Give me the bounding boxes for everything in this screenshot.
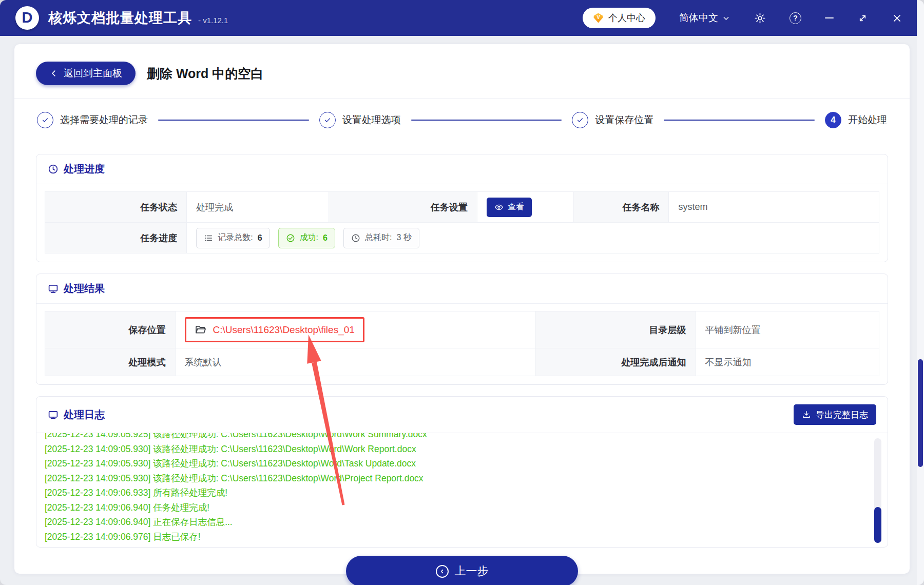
window-scrollbar[interactable] xyxy=(917,0,924,585)
task-name-label: 任务名称 xyxy=(574,192,669,223)
log-line: [2025-12-23 14:09:06.940] 任务处理完成! xyxy=(45,500,870,515)
elapsed-time-label: 总耗时: xyxy=(365,232,392,243)
page-header: 返回到主面板 删除 Word 中的空白 xyxy=(36,62,888,85)
back-button[interactable]: 返回到主面板 xyxy=(36,62,136,85)
log-scrollbar-track[interactable] xyxy=(874,438,881,543)
monitor-icon xyxy=(48,283,59,294)
dir-level-value: 平铺到新位置 xyxy=(696,311,879,348)
notify-value: 不显示通知 xyxy=(696,348,879,376)
progress-badges: 记录总数: 6 成功: 6 总耗时: xyxy=(196,228,870,248)
step-indicator: 选择需要处理的记录 设置处理选项 设置保存位置 4 开始处理 xyxy=(36,99,888,143)
step-check-icon xyxy=(319,112,336,128)
process-mode-value: 系统默认 xyxy=(175,348,535,376)
task-progress-cell: 记录总数: 6 成功: 6 总耗时: xyxy=(187,223,879,254)
notify-label: 处理完成后通知 xyxy=(535,348,696,376)
step-1-label: 选择需要处理的记录 xyxy=(60,113,148,127)
export-log-label: 导出完整日志 xyxy=(816,409,868,421)
language-label: 简体中文 xyxy=(679,11,718,25)
minimize-button[interactable] xyxy=(825,17,834,18)
app-version: - v1.12.1 xyxy=(198,12,228,25)
log-scrollbar-thumb[interactable] xyxy=(874,507,881,543)
result-panel-body: 保存位置 C:\Users\11623\Desktop\files_01 目录层… xyxy=(36,304,888,384)
monitor-icon xyxy=(48,410,59,420)
step-check-icon xyxy=(572,112,588,128)
prev-step-button[interactable]: 上一步 xyxy=(346,556,578,585)
record-count-value: 6 xyxy=(258,233,262,243)
gear-icon xyxy=(754,12,766,24)
help-button[interactable]: ? xyxy=(790,12,801,24)
log-panel-title: 处理日志 xyxy=(64,408,105,422)
progress-table: 任务状态 处理完成 任务设置 查看 任务名称 system xyxy=(45,191,879,254)
footer: 上一步 xyxy=(36,548,888,585)
log-line: [2025-12-23 14:09:05.930] 该路径处理成功: C:\Us… xyxy=(45,456,870,471)
language-selector[interactable]: 简体中文 xyxy=(679,11,730,25)
result-table: 保存位置 C:\Users\11623\Desktop\files_01 目录层… xyxy=(45,311,879,376)
view-icon xyxy=(494,203,504,212)
export-log-button[interactable]: 导出完整日志 xyxy=(794,404,876,425)
page-title: 删除 Word 中的空白 xyxy=(147,65,263,82)
maximize-button[interactable] xyxy=(857,13,868,24)
log-panel: 处理日志 导出完整日志 [2025-12-23 14:09:05.925] 该路… xyxy=(36,396,888,548)
user-center-button[interactable]: V 个人中心 xyxy=(583,8,656,28)
log-line: [2025-12-23 14:09:05.925] 该路径处理成功: C:\Us… xyxy=(45,433,870,442)
dir-level-label: 目录层级 xyxy=(535,311,696,348)
step-2: 设置处理选项 xyxy=(319,112,401,128)
save-location-cell: C:\Users\11623\Desktop\files_01 xyxy=(175,311,535,348)
view-settings-button[interactable]: 查看 xyxy=(487,198,532,217)
window-scrollbar-thumb[interactable] xyxy=(918,359,923,467)
task-progress-label: 任务进度 xyxy=(45,223,187,254)
log-line: [2025-12-23 14:09:05.930] 该路径处理成功: C:\Us… xyxy=(45,471,870,486)
task-settings-label: 任务设置 xyxy=(329,192,477,223)
step-connector xyxy=(158,120,309,121)
result-panel: 处理结果 保存位置 C:\Users\116 xyxy=(36,274,888,385)
clock-icon xyxy=(351,233,360,243)
progress-panel-title: 处理进度 xyxy=(64,162,105,176)
expand-icon xyxy=(857,13,868,24)
result-panel-title: 处理结果 xyxy=(64,282,105,296)
chevron-down-icon xyxy=(722,14,730,23)
log-line: [2025-12-23 14:09:06.940] 正在保存日志信息... xyxy=(45,515,870,530)
elapsed-time-badge: 总耗时: 3 秒 xyxy=(343,228,419,248)
circle-left-icon xyxy=(436,565,449,578)
step-number-badge: 4 xyxy=(825,112,841,128)
step-1: 选择需要处理的记录 xyxy=(37,112,148,128)
folder-icon xyxy=(195,324,206,336)
main-card: 返回到主面板 删除 Word 中的空白 选择需要处理的记录 设置处理选项 xyxy=(14,44,910,574)
log-panel-header: 处理日志 导出完整日志 xyxy=(36,397,888,433)
task-name-value: system xyxy=(669,192,879,223)
titlebar: D 核烁文档批量处理工具 - v1.12.1 V 个人中心 简体中文 ? xyxy=(0,0,917,36)
record-count-badge: 记录总数: 6 xyxy=(196,228,270,248)
log-line: [2025-12-23 14:09:05.930] 该路径处理成功: C:\Us… xyxy=(45,442,870,457)
log-area[interactable]: [2025-12-23 14:09:05.925] 该路径处理成功: C:\Us… xyxy=(36,433,888,547)
success-count-label: 成功: xyxy=(300,232,318,243)
progress-panel: 处理进度 任务状态 处理完成 任务设置 查 xyxy=(36,154,888,262)
settings-button[interactable] xyxy=(754,12,766,24)
close-icon xyxy=(892,13,902,24)
close-button[interactable] xyxy=(892,13,902,24)
process-mode-label: 处理模式 xyxy=(45,348,176,376)
step-2-label: 设置处理选项 xyxy=(342,113,401,127)
task-status-value: 处理完成 xyxy=(187,192,329,223)
log-lines: [2025-12-23 14:09:05.925] 该路径处理成功: C:\Us… xyxy=(45,433,870,544)
list-icon xyxy=(204,233,213,243)
result-panel-header: 处理结果 xyxy=(36,274,888,304)
back-button-label: 返回到主面板 xyxy=(64,67,122,80)
step-4-label: 开始处理 xyxy=(848,113,887,127)
chevron-left-icon xyxy=(49,69,59,78)
step-4: 4 开始处理 xyxy=(825,112,887,128)
step-3-label: 设置保存位置 xyxy=(595,113,653,127)
elapsed-time-value: 3 秒 xyxy=(396,232,411,243)
record-count-label: 记录总数: xyxy=(218,232,253,243)
question-icon: ? xyxy=(790,12,801,24)
app-title: 核烁文档批量处理工具 xyxy=(48,9,192,27)
step-3: 设置保存位置 xyxy=(572,112,653,128)
progress-panel-body: 任务状态 处理完成 任务设置 查看 任务名称 system xyxy=(36,184,888,262)
log-line: [2025-12-23 14:09:06.933] 所有路径处理完成! xyxy=(45,485,870,500)
step-connector xyxy=(411,120,562,121)
save-location-label: 保存位置 xyxy=(45,311,176,348)
app-window: D 核烁文档批量处理工具 - v1.12.1 V 个人中心 简体中文 ? xyxy=(0,0,924,585)
save-path-value: C:\Users\11623\Desktop\files_01 xyxy=(213,324,355,336)
save-path-highlight[interactable]: C:\Users\11623\Desktop\files_01 xyxy=(185,317,364,342)
check-circle-icon xyxy=(286,233,295,243)
task-settings-cell: 查看 xyxy=(477,192,574,223)
